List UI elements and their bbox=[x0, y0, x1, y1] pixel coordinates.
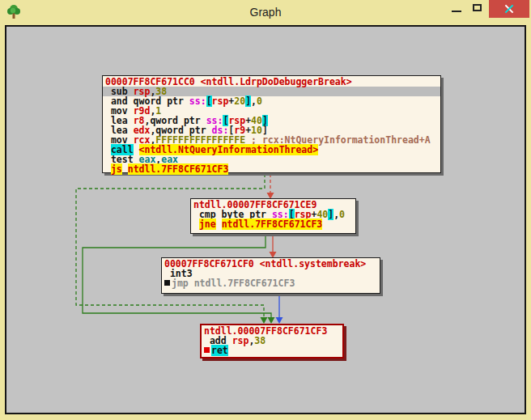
block-systembreak[interactable]: 00007FF8CF671CF0 <ntdll.systembreak> int… bbox=[161, 257, 380, 294]
minimize-button[interactable] bbox=[447, 0, 466, 18]
token: 0 bbox=[339, 209, 345, 220]
token: , bbox=[251, 95, 257, 107]
token: ntdll.7FF8CF671CF3 bbox=[128, 163, 229, 175]
token: jmp ntdll.7FF8CF671CF3 bbox=[172, 278, 295, 289]
token: 00007FF8CF671CF0 <ntdll.systembreak> bbox=[164, 258, 366, 269]
token: ntdll.7FF8CF671CF3 bbox=[222, 218, 323, 230]
window-controls bbox=[447, 0, 529, 18]
disasm-row[interactable]: ret bbox=[202, 346, 342, 355]
token bbox=[216, 218, 222, 230]
disasm-row[interactable]: jmp ntdll.7FF8CF671CF3 bbox=[162, 278, 380, 288]
token: rsp bbox=[212, 95, 229, 107]
close-button[interactable] bbox=[489, 0, 529, 18]
token bbox=[193, 218, 199, 230]
maximize-button[interactable] bbox=[466, 0, 489, 18]
block-title[interactable]: 00007FF8CF671CF0 <ntdll.systembreak> bbox=[162, 259, 380, 269]
titlebar[interactable]: Graph bbox=[0, 0, 531, 25]
token: [ bbox=[206, 95, 212, 107]
token: ss: bbox=[189, 95, 206, 107]
disasm-row[interactable]: js ntdll.7FF8CF671CF3 bbox=[103, 164, 440, 174]
block-671cf3[interactable]: ntdll.00007FF8CF671CF3 add rsp,38ret bbox=[200, 324, 344, 358]
token: rsp bbox=[232, 335, 249, 346]
breakpoint-marker bbox=[204, 347, 210, 353]
token: 38 bbox=[254, 335, 266, 346]
token: 0 bbox=[257, 95, 262, 107]
token: jne bbox=[199, 218, 216, 230]
block-ldrpdodebuggerbreak[interactable]: 00007FF8CF671CC0 <ntdll.LdrpDoDebuggerBr… bbox=[102, 75, 441, 173]
token: ret bbox=[211, 345, 228, 356]
minimize-icon bbox=[452, 11, 461, 12]
token bbox=[122, 163, 128, 175]
token: 20 bbox=[234, 95, 245, 107]
block-671ce9[interactable]: ntdll.00007FF8CF671CE9 cmp byte ptr ss:[… bbox=[190, 198, 356, 234]
token: js bbox=[111, 163, 122, 175]
graph-layer: 00007FF8CF671CC0 <ntdll.LdrpDoDebuggerBr… bbox=[0, 0, 531, 420]
token bbox=[105, 163, 111, 175]
disasm-row[interactable]: jne ntdll.7FF8CF671CF3 bbox=[191, 219, 355, 229]
breakpoint-marker bbox=[164, 280, 170, 286]
maximize-icon bbox=[473, 4, 482, 11]
